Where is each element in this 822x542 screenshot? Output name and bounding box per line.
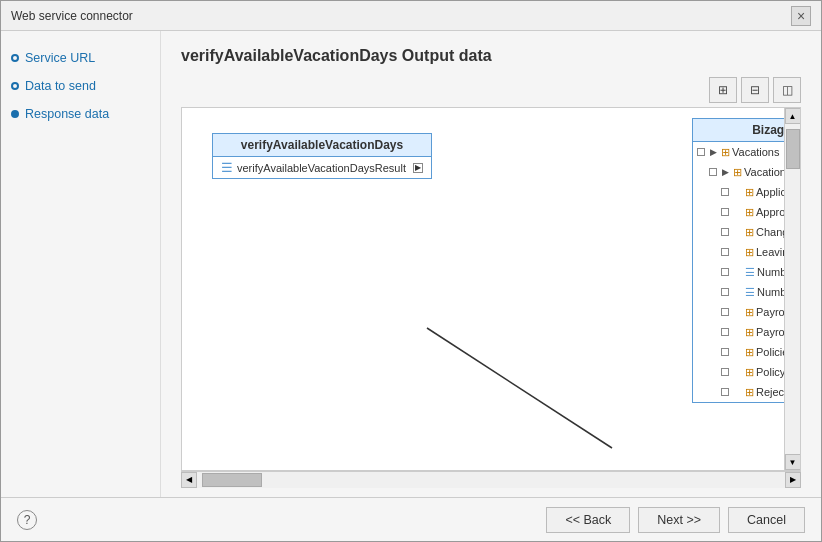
toolbar: ⊞ ⊟ ◫ xyxy=(181,77,801,103)
mapping-container: verifyAvailableVacationDays ☰ verifyAvai… xyxy=(181,107,801,471)
cancel-button[interactable]: Cancel xyxy=(728,507,805,533)
tree-item-rejectioncomments: ⊞ RejectionComments xyxy=(693,382,784,402)
scroll-right-arrow[interactable]: ▶ xyxy=(785,472,801,488)
expander-vacationrequest[interactable]: ▶ xyxy=(719,166,731,178)
tree-item-leavingdate: ⊞ LeavingDate xyxy=(693,242,784,262)
tree-item-approvaldate: ⊞ ApprovalDate xyxy=(693,202,784,222)
close-button[interactable]: × xyxy=(791,6,811,26)
left-node-header: verifyAvailableVacationDays xyxy=(213,134,431,157)
tree-item-vacationrequest: ▶ ⊞ VacationRequest xyxy=(693,162,784,182)
toolbar-icon-2: ⊟ xyxy=(750,83,760,97)
expander-numberofdaysavaila xyxy=(731,266,743,278)
left-node-row: ☰ verifyAvailableVacationDaysResult ▶ xyxy=(213,157,431,178)
db-icon-changecomments: ⊞ xyxy=(745,226,754,239)
connector-left-numberofdaysavaila[interactable] xyxy=(721,268,729,276)
scroll-left-arrow[interactable]: ◀ xyxy=(181,472,197,488)
connector-left-rejectioncomments[interactable] xyxy=(721,388,729,396)
toolbar-btn-2[interactable]: ⊟ xyxy=(741,77,769,103)
connector-left-payrollsystemcode[interactable] xyxy=(721,308,729,316)
footer: ? << Back Next >> Cancel xyxy=(1,497,821,541)
right-node-panel: Bizagi Data ▶ ⊞ Vacations xyxy=(692,118,784,403)
connector-right[interactable]: ▶ xyxy=(413,163,423,173)
tree-item-payrollsystemcode: ⊞ PayrollSystemCode xyxy=(693,302,784,322)
sidebar-label: Service URL xyxy=(25,51,95,65)
tree-item-applicant: ⊞ Applicant xyxy=(693,182,784,202)
mapping-canvas: verifyAvailableVacationDays ☰ verifyAvai… xyxy=(182,108,784,470)
toolbar-icon-3: ◫ xyxy=(782,83,793,97)
tree-label-leavingdate: LeavingDate xyxy=(756,246,784,258)
sidebar-item-response-data[interactable]: Response data xyxy=(11,107,150,121)
scroll-thumb-h[interactable] xyxy=(202,473,262,487)
back-button[interactable]: << Back xyxy=(546,507,630,533)
expander-rejectioncomments xyxy=(731,386,743,398)
expander-payrollupdatedate xyxy=(731,326,743,338)
sidebar-dot xyxy=(11,110,19,118)
db-icon-policiesok: ⊞ xyxy=(745,346,754,359)
db-icon-approvaldate: ⊞ xyxy=(745,206,754,219)
title-bar: Web service connector × xyxy=(1,1,821,31)
tree-label-policyerror: PolicyError xyxy=(756,366,784,378)
page-title: verifyAvailableVacationDays Output data xyxy=(181,47,801,65)
scroll-up-arrow[interactable]: ▲ xyxy=(785,108,801,124)
main-content: Service URL Data to send Response data v… xyxy=(1,31,821,497)
connector-left-approvaldate[interactable] xyxy=(721,208,729,216)
footer-left: ? xyxy=(17,510,37,530)
connector-left-vacationrequest[interactable] xyxy=(709,168,717,176)
tree-label-vacationrequest: VacationRequest xyxy=(744,166,784,178)
db-icon-payrollsystemcode: ⊞ xyxy=(745,306,754,319)
sidebar-dot xyxy=(11,54,19,62)
tree-item-policiesok: ⊞ PoliciesOk xyxy=(693,342,784,362)
sidebar-item-data-to-send[interactable]: Data to send xyxy=(11,79,150,93)
horizontal-scrollbar: ◀ ▶ xyxy=(181,471,801,487)
connector-left-changecomments[interactable] xyxy=(721,228,729,236)
content-area: verifyAvailableVacationDays Output data … xyxy=(161,31,821,497)
tree-label-policiesok: PoliciesOk xyxy=(756,346,784,358)
list-icon: ☰ xyxy=(221,160,233,175)
tree-label-vacations: Vacations xyxy=(732,146,780,158)
connector-left-numberofofficedays[interactable] xyxy=(721,288,729,296)
scroll-track-v xyxy=(785,124,801,454)
sidebar-label: Response data xyxy=(25,107,109,121)
db-icon-vacationrequest: ⊞ xyxy=(733,166,742,179)
tree-label-numberofofficedaysavaila: NumberOfOfficeDays xyxy=(757,286,784,298)
tree-item-vacations: ▶ ⊞ Vacations xyxy=(693,142,784,162)
connector-left-policiesok[interactable] xyxy=(721,348,729,356)
expander-approvaldate xyxy=(731,206,743,218)
expander-leavingdate xyxy=(731,246,743,258)
scroll-thumb-v[interactable] xyxy=(786,129,800,169)
db-icon-rejectioncomments: ⊞ xyxy=(745,386,754,399)
expander-vacations[interactable]: ▶ xyxy=(707,146,719,158)
help-button[interactable]: ? xyxy=(17,510,37,530)
tree-container: ▶ ⊞ Vacations ▶ ⊞ VacationRequest xyxy=(692,142,784,403)
expander-applicant xyxy=(731,186,743,198)
footer-buttons: << Back Next >> Cancel xyxy=(546,507,805,533)
next-button[interactable]: Next >> xyxy=(638,507,720,533)
list-icon-numberofofficedaysavaila: ☰ xyxy=(745,286,755,299)
toolbar-btn-1[interactable]: ⊞ xyxy=(709,77,737,103)
expander-numberofofficedays xyxy=(731,286,743,298)
connector-left-vacations[interactable] xyxy=(697,148,705,156)
expander-changecomments xyxy=(731,226,743,238)
toolbar-btn-3[interactable]: ◫ xyxy=(773,77,801,103)
connector-left-leavingdate[interactable] xyxy=(721,248,729,256)
connector-left-payrollupdatedate[interactable] xyxy=(721,328,729,336)
tree-label-changecomments: ChangeComments xyxy=(756,226,784,238)
tree-label-payrollupdatedate: PayrollUpdateDate xyxy=(756,326,784,338)
connector-left-policyerror[interactable] xyxy=(721,368,729,376)
db-icon-payrollupdatedate: ⊞ xyxy=(745,326,754,339)
left-node-box: verifyAvailableVacationDays ☰ verifyAvai… xyxy=(212,133,432,179)
scroll-down-arrow[interactable]: ▼ xyxy=(785,454,801,470)
vertical-scrollbar: ▲ ▼ xyxy=(784,108,800,470)
mapping-inner[interactable]: verifyAvailableVacationDays ☰ verifyAvai… xyxy=(182,108,784,470)
sidebar-label: Data to send xyxy=(25,79,96,93)
connector-left-applicant[interactable] xyxy=(721,188,729,196)
tree-label-applicant: Applicant xyxy=(756,186,784,198)
tree-item-policyerror: ⊞ PolicyError xyxy=(693,362,784,382)
tree-item-payrollupdatedate: ⊞ PayrollUpdateDate xyxy=(693,322,784,342)
sidebar-item-service-url[interactable]: Service URL xyxy=(11,51,150,65)
tree-label-rejectioncomments: RejectionComments xyxy=(756,386,784,398)
window-title: Web service connector xyxy=(11,9,133,23)
db-icon-policyerror: ⊞ xyxy=(745,366,754,379)
tree-label-payrollsystemcode: PayrollSystemCode xyxy=(756,306,784,318)
sidebar: Service URL Data to send Response data xyxy=(1,31,161,497)
